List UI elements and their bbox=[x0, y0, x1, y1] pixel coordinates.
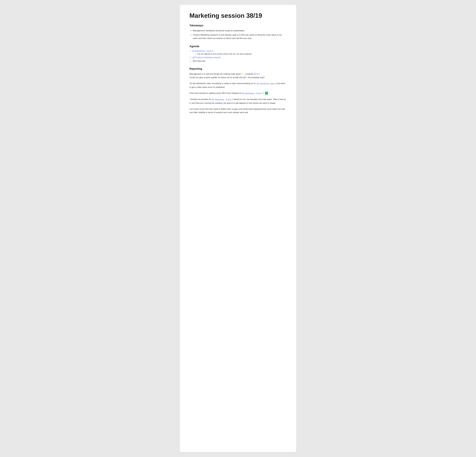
agenda-item-2-checkbox-area bbox=[189, 57, 191, 59]
db-icon-inline-mcg: ⊞ bbox=[212, 99, 214, 101]
page-container: Marketing session 38/19 Takeaways Manage… bbox=[180, 5, 296, 452]
agenda-item-1-checkbox-area: ✓ bbox=[189, 50, 191, 52]
sub-check-icon-1: ✓ bbox=[195, 53, 196, 55]
db-icon-1: ⊞ bbox=[192, 50, 195, 52]
reporting-paragraph-4: I worked on priorities for ⊞ Marketing -… bbox=[189, 98, 287, 105]
agenda-link-product-marketing-research[interactable]: ⊞ Product marketing research bbox=[193, 56, 221, 59]
reporting-paragraph-5: Let's book some time this week to define… bbox=[189, 107, 287, 114]
reporting-paragraph-2: On the distribution side, everything is … bbox=[189, 82, 287, 89]
takeaways-section: Takeaways Management Handbook should be … bbox=[189, 24, 287, 40]
agenda-section: Agenda ✓ ⊞ Marketing - Cycle G ✓ Are we … bbox=[189, 45, 287, 62]
check-icon-1: ✓ bbox=[189, 50, 191, 52]
sparkle-emoji: ✨ bbox=[241, 73, 244, 75]
takeaways-list: Management Handbook should be ready by w… bbox=[189, 29, 287, 40]
agenda-item-3-checkbox-area bbox=[189, 60, 191, 62]
agenda-item-3: SEO fixes left bbox=[189, 60, 287, 62]
agenda-sub-item-1: ✓ Are we aligned on the priority stories… bbox=[189, 53, 287, 55]
reporting-section: Reporting Management is in QA and things… bbox=[189, 67, 287, 114]
db-icon-2: ⊞ bbox=[193, 56, 195, 59]
agenda-items-list: ✓ ⊞ Marketing - Cycle G ✓ Are we aligned… bbox=[189, 50, 287, 62]
checkbox-empty-3[interactable] bbox=[189, 60, 191, 62]
green-check-emoji: ✓ bbox=[265, 92, 268, 95]
takeaways-heading: Takeaways bbox=[189, 24, 287, 27]
mention-rob[interactable]: @rob bbox=[254, 73, 259, 75]
page-title: Marketing session 38/19 bbox=[189, 12, 287, 19]
reporting-heading: Reporting bbox=[189, 67, 287, 70]
agenda-item-1: ✓ ⊞ Marketing - Cycle G ✓ Are we aligned… bbox=[189, 50, 287, 55]
inline-link-marketing-cycle-f[interactable]: ⊞ Marketing - Cycle F bbox=[242, 92, 263, 95]
inline-link-distribution-plan[interactable]: ⊞ Distribution plan bbox=[257, 82, 274, 85]
reporting-paragraph-3: Chris also worked on getting some SEO fi… bbox=[189, 92, 287, 95]
inline-link-marketing-cycle-g[interactable]: ⊞ Marketing - Cycle G bbox=[212, 98, 233, 102]
checkbox-empty-2[interactable] bbox=[189, 57, 191, 59]
takeaway-item-2: Product Marketing research is just start… bbox=[193, 33, 287, 40]
takeaway-item-1: Management Handbook should be ready by w… bbox=[193, 29, 287, 32]
agenda-heading: Agenda bbox=[189, 45, 287, 48]
reporting-paragraph-1: Management is in QA and things are looki… bbox=[189, 72, 287, 79]
db-icon-inline-dist: ⊞ bbox=[257, 83, 259, 85]
agenda-link-marketing-cycle-g[interactable]: ⊞ Marketing - Cycle G bbox=[192, 50, 213, 52]
agenda-item-1-row: ✓ ⊞ Marketing - Cycle G bbox=[189, 50, 287, 52]
agenda-item-2: ⊞ Product marketing research bbox=[189, 56, 287, 59]
db-icon-inline-mcf: ⊞ bbox=[242, 93, 244, 94]
